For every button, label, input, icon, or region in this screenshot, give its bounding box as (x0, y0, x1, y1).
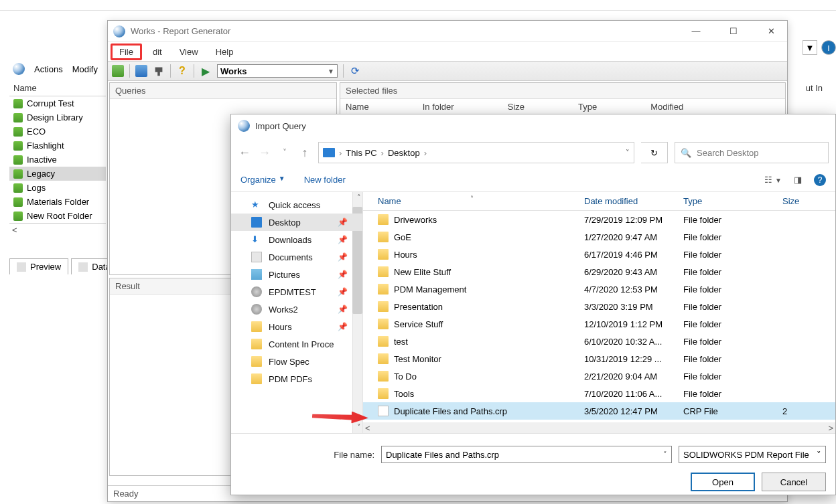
file-row[interactable]: GoE1/27/2020 9:47 AMFile folder (363, 228, 835, 246)
crumb-desktop[interactable]: Desktop (388, 148, 420, 158)
filename-input[interactable]: Duplicate Files and Paths.crp˅ (381, 446, 672, 463)
tab-preview[interactable]: Preview (9, 258, 68, 274)
sidebar-item[interactable]: Hours📌 (231, 318, 362, 335)
file-type: File folder (683, 267, 782, 277)
file-row[interactable]: Service Stuff12/10/2019 1:12 PMFile fold… (363, 315, 835, 333)
toolbar-run-icon[interactable]: ▶ (200, 65, 212, 77)
col-date[interactable]: Date modified (584, 196, 683, 206)
open-button[interactable]: Open (691, 473, 755, 491)
preview-pane-button[interactable]: ◨ (794, 175, 802, 185)
sidebar-item[interactable]: ★Quick access (231, 196, 362, 214)
nav-recent-icon[interactable]: ˅ (278, 148, 291, 157)
close-button[interactable]: ✕ (760, 26, 782, 36)
menu-help[interactable]: Help (209, 44, 240, 60)
tree-item[interactable]: Inactive (9, 153, 106, 167)
modify-menu[interactable]: Modify (72, 64, 98, 74)
sidebar-item[interactable]: PDM PDFs (231, 370, 362, 388)
col-name[interactable]: Name (346, 102, 369, 112)
file-row[interactable]: New Elite Stuff6/29/2020 9:43 AMFile fol… (363, 263, 835, 280)
maximize-button[interactable]: ☐ (723, 26, 744, 36)
toolbar-refresh-icon[interactable]: ⟳ (349, 65, 361, 77)
scroll-down-icon[interactable]: ˅ (357, 423, 361, 432)
toolbar-help-icon[interactable]: ? (176, 65, 188, 77)
col-type[interactable]: Type (683, 196, 782, 206)
data-icon (78, 262, 88, 272)
col-size[interactable]: Size (782, 196, 823, 206)
toolbar-print-icon[interactable] (153, 65, 165, 77)
file-row[interactable]: Tools7/10/2020 11:06 A...File folder (363, 385, 835, 402)
new-folder-button[interactable]: New folder (304, 175, 346, 185)
file-date: 2/21/2020 9:04 AM (584, 371, 683, 382)
file-row[interactable]: Test Monitor10/31/2019 12:29 ...File fol… (363, 350, 835, 367)
fold-icon (251, 356, 262, 367)
tree-item[interactable]: New Root Folder (9, 209, 106, 223)
menu-view[interactable]: View (173, 44, 205, 60)
menu-file[interactable]: File (111, 44, 142, 60)
search-input[interactable]: 🔍 Search Desktop (675, 142, 829, 163)
view-mode-button[interactable]: ☷ ▼ (764, 175, 782, 185)
scroll-right-icon[interactable]: > (828, 423, 833, 433)
folder-icon (13, 99, 23, 108)
sidebar-item-label: Pictures (269, 270, 300, 280)
scroll-left-icon[interactable]: < (365, 423, 370, 433)
tree-item[interactable]: Materials Folder (9, 195, 106, 209)
menu-edit[interactable]: dit (146, 44, 169, 60)
tree-item[interactable]: ECO (9, 124, 106, 139)
sidebar-item[interactable]: EPDMTEST📌 (231, 283, 362, 301)
refresh-button[interactable]: ↻ (641, 142, 668, 163)
chevron-down-icon[interactable]: ˅ (626, 149, 630, 157)
pin-icon: 📌 (338, 270, 348, 279)
col-type[interactable]: Type (578, 102, 597, 112)
file-row[interactable]: test6/10/2020 10:32 A...File folder (363, 333, 835, 350)
help-icon[interactable]: ? (814, 174, 826, 186)
toolbar-new-icon[interactable] (112, 65, 124, 77)
file-row[interactable]: Presentation3/3/2020 3:19 PMFile folder (363, 298, 835, 315)
sidebar-item[interactable]: Documents📌 (231, 248, 362, 266)
dropdown-widget[interactable]: ▼ (803, 40, 817, 55)
info-icon[interactable]: i (821, 40, 836, 55)
organize-menu[interactable]: Organize ▼ (240, 175, 285, 185)
tree-scroll-left[interactable]: < (9, 223, 106, 236)
nav-up-icon[interactable]: ↑ (298, 146, 311, 160)
rg-titlebar[interactable]: Works - Report Generator — ☐ ✕ (108, 21, 787, 42)
vault-combo[interactable]: Works▼ (217, 64, 338, 78)
sidebar-item[interactable]: Content In Proce (231, 335, 362, 353)
fd-titlebar[interactable]: Import Query (231, 114, 835, 137)
sidebar-item[interactable]: Flow Spec (231, 353, 362, 370)
col-size[interactable]: Size (508, 102, 525, 112)
breadcrumb[interactable]: › This PC › Desktop › ˅ (318, 142, 634, 163)
toolbar-save-icon[interactable] (135, 65, 147, 77)
file-date: 10/31/2019 12:29 ... (584, 354, 683, 364)
file-row[interactable]: PDM Management4/7/2020 12:53 PMFile fold… (363, 280, 835, 298)
horizontal-scrollbar[interactable]: <> (363, 422, 835, 433)
tree-item[interactable]: Legacy (9, 167, 106, 181)
file-row[interactable]: Driveworks7/29/2019 12:09 PMFile folder (363, 211, 835, 228)
sidebar-item[interactable]: Works2📌 (231, 301, 362, 318)
folder-icon (378, 336, 389, 347)
chevron-down-icon[interactable]: ˅ (817, 450, 821, 460)
col-modified[interactable]: Modified (650, 102, 683, 112)
tree-item[interactable]: Design Library (9, 110, 106, 124)
file-row[interactable]: Hours6/17/2019 4:46 PMFile folder (363, 246, 835, 263)
actions-menu[interactable]: Actions (34, 64, 63, 74)
col-infolder[interactable]: In folder (423, 102, 454, 112)
sidebar-item[interactable]: Pictures📌 (231, 266, 362, 283)
file-type: File folder (683, 302, 782, 312)
sidebar-item[interactable]: ⬇Downloads📌 (231, 231, 362, 248)
file-row[interactable]: Duplicate Files and Paths.crp3/5/2020 12… (363, 402, 835, 420)
sidebar-item[interactable]: Desktop📌 (231, 214, 362, 231)
folder-icon (378, 301, 389, 312)
tree-header-name[interactable]: Name (9, 80, 106, 96)
file-type: File folder (683, 371, 782, 382)
crumb-thispc[interactable]: This PC (346, 148, 376, 158)
tree-item[interactable]: Corrupt Test (9, 96, 106, 110)
col-name[interactable]: Name˄ (363, 196, 584, 206)
nav-back-icon[interactable]: ← (238, 146, 251, 160)
tree-item[interactable]: Logs (9, 181, 106, 195)
tree-item[interactable]: Flashlight (9, 139, 106, 153)
file-row[interactable]: To Do2/21/2020 9:04 AMFile folder (363, 367, 835, 385)
filetype-filter[interactable]: SOLIDWORKS PDM Report File˅ (679, 446, 826, 463)
chevron-down-icon[interactable]: ˅ (663, 450, 667, 459)
minimize-button[interactable]: — (685, 26, 707, 36)
cancel-button[interactable]: Cancel (762, 473, 826, 491)
